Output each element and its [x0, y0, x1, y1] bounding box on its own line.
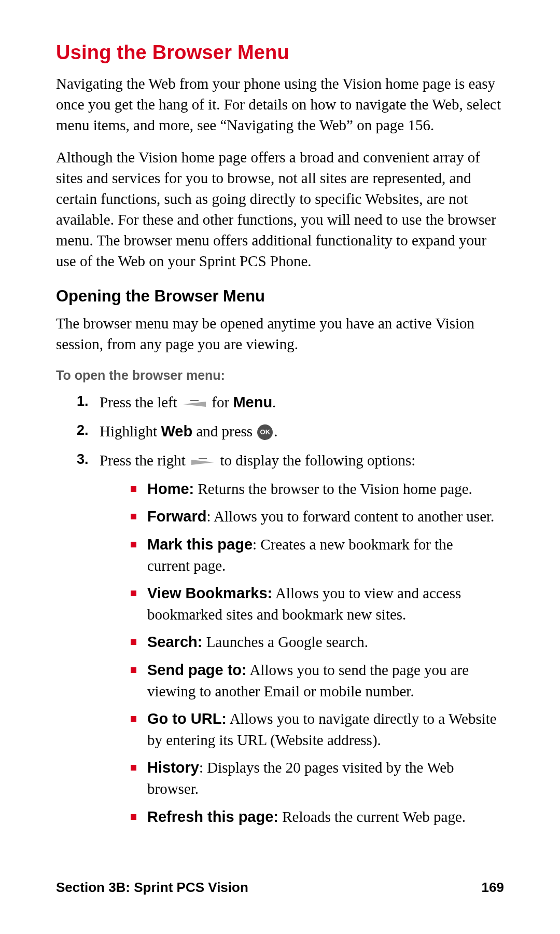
step-number: 2.: [77, 420, 89, 441]
step-text: to display the following options:: [216, 452, 415, 469]
left-softkey-icon: [183, 400, 206, 409]
step-text: Highlight: [100, 423, 161, 439]
step-number: 3.: [77, 449, 89, 470]
step-text: .: [274, 423, 277, 439]
menu-label: Menu: [233, 394, 272, 410]
list-item: Forward: Allows you to forward content t…: [131, 506, 504, 527]
list-item: Search: Launches a Google search.: [131, 631, 504, 653]
page-footer: Section 3B: Sprint PCS Vision 169: [56, 880, 504, 896]
step-1: 1. Press the left for Menu.: [77, 391, 504, 413]
list-item: History: Displays the 20 pages visited b…: [131, 757, 504, 800]
option-label: Mark this page: [147, 536, 253, 553]
lead-label: To open the browser menu:: [56, 368, 504, 383]
list-item: View Bookmarks: Allows you to view and a…: [131, 583, 504, 625]
list-item: Refresh this page: Reloads the current W…: [131, 806, 504, 828]
document-page: Using the Browser Menu Navigating the We…: [0, 0, 560, 934]
option-text: : Allows you to forward content to anoth…: [206, 508, 494, 525]
step-text: Press the right: [100, 452, 189, 469]
step-text: and press: [192, 423, 256, 439]
svg-marker-3: [191, 460, 214, 465]
option-label: Forward: [147, 508, 206, 525]
option-label: Search:: [147, 634, 202, 650]
step-2: 2. Highlight Web and press OK.: [77, 420, 504, 442]
footer-page-number: 169: [482, 880, 504, 896]
option-label: Home:: [147, 480, 194, 497]
option-label: View Bookmarks:: [147, 585, 272, 601]
ok-button-icon: OK: [257, 424, 273, 440]
opening-paragraph: The browser menu may be opened anytime y…: [56, 313, 504, 354]
list-item: Home: Returns the browser to the Vision …: [131, 478, 504, 500]
option-label: Go to URL:: [147, 710, 227, 727]
step-text: .: [272, 394, 276, 410]
page-title: Using the Browser Menu: [56, 42, 504, 64]
option-text: Launches a Google search.: [202, 634, 368, 650]
option-label: Refresh this page:: [147, 808, 278, 825]
right-softkey-icon: [191, 458, 214, 467]
option-text: Returns the browser to the Vision home p…: [194, 480, 472, 497]
list-item: Send page to: Allows you to send the pag…: [131, 660, 504, 702]
step-text: Press the left: [100, 394, 181, 410]
option-label: Send page to:: [147, 662, 247, 678]
step-text: for: [208, 394, 233, 410]
intro-paragraph-2: Although the Vision home page offers a b…: [56, 147, 504, 271]
subheading-opening: Opening the Browser Menu: [56, 287, 504, 306]
list-item: Go to URL: Allows you to navigate direct…: [131, 708, 504, 751]
intro-paragraph-1: Navigating the Web from your phone using…: [56, 73, 504, 135]
option-text: Reloads the current Web page.: [278, 808, 466, 825]
footer-section-label: Section 3B: Sprint PCS Vision: [56, 880, 248, 896]
step-3: 3. Press the right to display the follow…: [77, 449, 504, 827]
steps-list: 1. Press the left for Menu. 2. Highlight…: [77, 391, 504, 828]
step-number: 1.: [77, 391, 89, 411]
web-label: Web: [161, 423, 192, 439]
list-item: Mark this page: Creates a new bookmark f…: [131, 534, 504, 576]
options-list: Home: Returns the browser to the Vision …: [131, 478, 504, 827]
option-label: History: [147, 759, 199, 776]
svg-marker-1: [183, 402, 206, 407]
